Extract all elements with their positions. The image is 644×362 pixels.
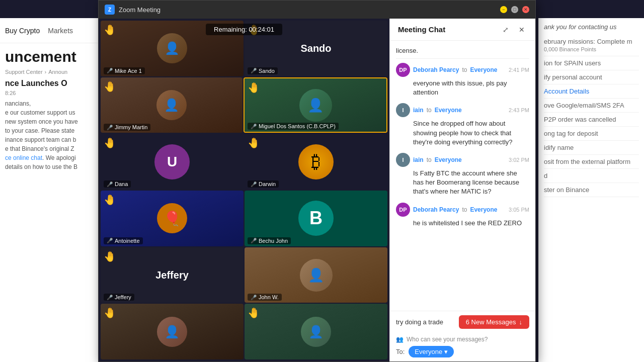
chat-avatar-iain1: I [396, 103, 410, 117]
mute-icon: 🎤 [251, 182, 257, 187]
popout-button[interactable]: ⤢ [500, 24, 511, 35]
participant-name-jeffery: 🎤 Jeffery [104, 294, 134, 301]
video-row-2: 🤚 👤 🎤 Jimmy Martin 🤚 [101, 77, 387, 133]
participant-cell-bechu: B 🎤 Bechu John [245, 191, 387, 246]
everyone-button[interactable]: Everyone ▾ [409, 346, 454, 357]
right-item-4[interactable]: ove Google/email/SMS 2FA [544, 99, 639, 113]
participant-cell-p12: 🤚 👤 [245, 304, 387, 359]
right-item-8[interactable]: osit from the external platform [544, 155, 639, 169]
right-item-9[interactable]: d [544, 169, 639, 183]
participant-name-sando: 🎤 Sando [248, 67, 278, 74]
participant-name-johnw: 🎤 John W. [248, 294, 282, 301]
new-messages-button[interactable]: 6 New Messages ↓ [459, 315, 529, 329]
timer-display: Remaining: 00:24:01 [206, 24, 282, 35]
recipient-everyone: Everyone [435, 156, 462, 163]
zoom-body: Remaining: 00:24:01 🤚 👤 🎤 [99, 19, 535, 361]
raise-hand-icon: 🤚 [248, 81, 260, 94]
participant-cell-jeffery: 🤚 Jeffery 🎤 Jeffery [101, 247, 244, 303]
mute-icon: 🎤 [107, 182, 113, 187]
sender-name: Deborah Pearcy [413, 66, 459, 73]
right-item-5[interactable]: P2P order was cancelled [544, 113, 639, 127]
video-rows: 🤚 👤 🎤 Mike Ace 1 🤚 [99, 19, 389, 361]
mute-icon: 🎤 [251, 124, 257, 129]
chat-avatar-iain2: I [396, 153, 410, 167]
message-time: 3:02 PM [509, 157, 529, 163]
zoom-logo: Z [105, 5, 115, 15]
close-button[interactable]: ✕ [522, 6, 529, 13]
right-item-7[interactable]: idify name [544, 141, 639, 155]
chat-message-1: DP Deborah Pearcy to Everyone 2:41 PM ev… [396, 63, 529, 97]
raise-hand-icon: 🤚 [104, 194, 116, 206]
to-row: To: Everyone ▾ [396, 346, 529, 357]
message-text: Is Fatty BTC the account where she has h… [396, 169, 529, 197]
visibility-notice: 👥 Who can see your messages? [396, 336, 529, 343]
hero-text: uncement [5, 48, 96, 65]
right-item-account-details[interactable]: Account Details [544, 84, 639, 99]
arrow-down-icon: ↓ [519, 318, 523, 326]
participant-cell-dana: 🤚 U 🎤 Dana [101, 134, 244, 190]
chat-avatar-dp2: DP [396, 203, 410, 217]
raise-hand-icon: 🤚 [104, 80, 116, 93]
recipient-everyone: Everyone [435, 107, 462, 114]
right-item-6[interactable]: ong tag for deposit [544, 127, 639, 141]
nav-markets[interactable]: Markets [48, 27, 73, 35]
sender-name: Deborah Pearcy [413, 206, 459, 213]
participant-cell-p11: 🤚 👤 [101, 304, 244, 359]
raise-hand-icon: 🤚 [248, 307, 260, 319]
minimize-button[interactable]: − [500, 6, 507, 13]
mute-icon: 🎤 [251, 295, 257, 300]
participant-name-dana: 🎤 Dana [104, 180, 131, 188]
raise-hand-icon: 🤚 [248, 137, 260, 149]
mute-icon: 🎤 [107, 125, 113, 130]
mute-icon: 🎤 [251, 238, 257, 243]
participant-name-darwin: 🎤 Darwin [248, 180, 279, 188]
chat-message-3: I iain to Everyone 3:02 PM Is Fatty BTC … [396, 153, 529, 197]
chat-header: Meeting Chat ⤢ ✕ [390, 19, 535, 41]
chevron-down-icon: ▾ [444, 348, 448, 355]
maximize-button[interactable]: □ [511, 6, 518, 13]
mute-icon: 🎤 [107, 295, 113, 300]
video-grid: Remaining: 00:24:01 🤚 👤 🎤 [99, 19, 389, 361]
page-body: nancians, e our customer support us new … [5, 99, 96, 171]
message-time: 2:43 PM [509, 107, 529, 113]
raise-hand-icon: 🤚 [104, 307, 116, 319]
window-controls[interactable]: − □ ✕ [500, 6, 529, 13]
chat-message-4: DP Deborah Pearcy to Everyone 3:05 PM he… [396, 203, 529, 228]
right-item-0[interactable]: ebruary missions: Complete m 0,000 Binan… [544, 35, 639, 56]
video-row-4: 🤚 🎈 🎤 Antoinette B [101, 191, 387, 246]
message-text: Since he dropped off how about showing p… [396, 119, 529, 147]
right-items-list: ebruary missions: Complete m 0,000 Binan… [544, 35, 639, 197]
recipient-everyone: Everyone [470, 66, 497, 73]
people-icon: 👥 [396, 336, 404, 343]
raise-hand-icon: 🤚 [104, 24, 116, 36]
nav-buy-crypto[interactable]: Buy Crypto [5, 27, 40, 35]
left-content: uncement Support Center › Announ nce Lau… [0, 43, 101, 176]
left-navbar: Buy Crypto Markets [0, 18, 101, 43]
chat-message-2: I iain to Everyone 2:43 PM Since he drop… [396, 103, 529, 147]
close-chat-button[interactable]: ✕ [516, 24, 527, 35]
raise-hand-icon: 🤚 [104, 250, 116, 262]
zoom-title: Zoom Meeting [119, 6, 160, 14]
right-website-panel: ank you for contacting us ebruary missio… [538, 18, 644, 362]
participant-cell-johnw: 👤 🎤 John W. [245, 247, 387, 303]
to-label: To: [396, 348, 405, 355]
participant-cell-darwin: 🤚 ₿ 🎤 Darwin [245, 134, 387, 190]
participant-name-jimmy: 🎤 Jimmy Martin [104, 124, 150, 131]
video-row-6: 🤚 👤 🤚 👤 [101, 304, 387, 359]
chat-panel: Meeting Chat ⤢ ✕ license. DP Deborah Pea… [389, 19, 535, 361]
raise-hand-icon: 🤚 [104, 137, 116, 149]
sender-name: iain [413, 156, 424, 163]
message-time: 2:41 PM [509, 67, 529, 73]
right-item-10[interactable]: ster on Binance [544, 183, 639, 197]
message-time: 3:05 PM [509, 207, 529, 213]
try-trade-text: try doing a trade [396, 316, 443, 328]
right-item-1[interactable]: ion for SPAIN users [544, 56, 639, 70]
mute-icon: 🎤 [107, 68, 113, 73]
chat-actions[interactable]: ⤢ ✕ [500, 24, 527, 35]
right-item-2[interactable]: ify personal account [544, 70, 639, 84]
partial-message: license. [396, 45, 529, 59]
video-row-5: 🤚 Jeffery 🎤 Jeffery 👤 [101, 247, 387, 303]
chat-input-area: try doing a trade 6 New Messages ↓ 👥 Who… [390, 311, 535, 361]
participant-cell-antoinette: 🤚 🎈 🎤 Antoinette [101, 191, 244, 246]
zoom-window: Z Zoom Meeting − □ ✕ Remaining: 00:24:01… [98, 0, 536, 362]
